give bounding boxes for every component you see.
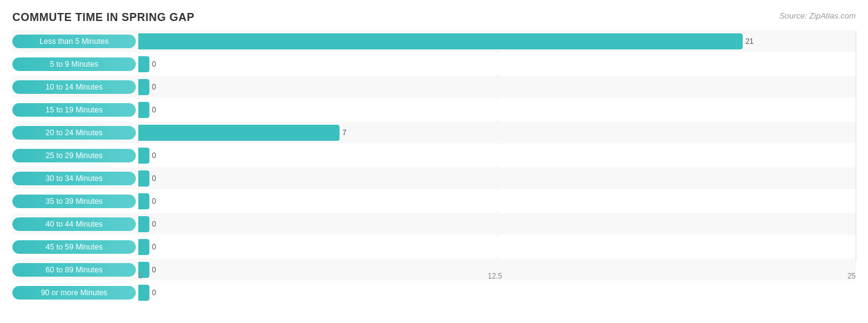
bar-fill [138,193,149,209]
chart-source: Source: ZipAtlas.com [779,11,856,20]
bar-row: 15 to 19 Minutes0 [12,99,856,120]
bar-label: 45 to 59 Minutes [12,240,136,254]
bars-section: Less than 5 Minutes215 to 9 Minutes010 t… [12,30,856,262]
bar-label: 15 to 19 Minutes [12,103,136,117]
bar-fill [138,285,149,301]
bar-label: 90 or more Minutes [12,286,136,300]
bar-value: 0 [152,106,156,114]
bar-track: 0 [136,236,856,258]
bar-track: 0 [136,282,856,303]
bar-label: 25 to 29 Minutes [12,149,136,162]
bar-label: 35 to 39 Minutes [12,195,136,208]
bar-track: 0 [136,99,856,120]
bar-label: 40 to 44 Minutes [12,217,136,231]
bar-value: 0 [152,60,156,69]
chart-container: COMMUTE TIME IN SPRING GAP Source: ZipAt… [0,0,868,323]
chart-title: COMMUTE TIME IN SPRING GAP [12,11,194,24]
bar-fill [138,239,149,255]
bar-fill [138,56,149,72]
bar-label: 30 to 34 Minutes [12,172,136,185]
bar-track: 0 [136,53,856,75]
chart-header: COMMUTE TIME IN SPRING GAP Source: ZipAt… [12,11,856,24]
bar-track: 0 [136,213,856,235]
bar-label: Less than 5 Minutes [12,35,136,48]
bar-value: 0 [152,288,156,297]
bar-value: 21 [745,37,753,46]
bar-row: 5 to 9 Minutes0 [12,53,856,75]
x-axis-label: 0 [138,272,143,280]
bar-fill [138,125,340,141]
x-axis-label: 12.5 [488,272,502,280]
bar-fill [138,102,149,118]
bar-fill [138,33,743,49]
bar-value: 7 [342,128,346,137]
bar-fill [138,79,149,95]
bar-row: 30 to 34 Minutes0 [12,167,856,189]
chart-area: Less than 5 Minutes215 to 9 Minutes010 t… [12,30,856,280]
bar-track: 0 [136,190,856,212]
bar-label: 20 to 24 Minutes [12,126,136,140]
x-axis: 012.525 [138,263,856,280]
bar-fill [138,216,149,232]
bar-fill [138,148,149,164]
bar-track: 7 [136,122,856,143]
bar-value: 0 [152,151,156,160]
bar-label: 60 to 89 Minutes [12,263,136,277]
bar-track: 0 [136,145,856,166]
bar-row: 40 to 44 Minutes0 [12,213,856,235]
bar-label: 5 to 9 Minutes [12,57,136,71]
bar-track: 21 [136,30,856,52]
bar-value: 0 [152,83,156,91]
bar-row: Less than 5 Minutes21 [12,30,856,52]
bar-value: 0 [152,243,156,251]
bar-value: 0 [152,220,156,229]
bar-row: 45 to 59 Minutes0 [12,236,856,258]
bar-row: 20 to 24 Minutes7 [12,122,856,143]
bar-row: 90 or more Minutes0 [12,282,856,303]
bar-row: 35 to 39 Minutes0 [12,190,856,212]
grid-line [856,30,856,262]
bar-track: 0 [136,167,856,189]
bar-label: 10 to 14 Minutes [12,80,136,94]
bar-value: 0 [152,197,156,206]
bar-fill [138,170,149,187]
bar-row: 25 to 29 Minutes0 [12,145,856,166]
bar-track: 0 [136,76,856,98]
bar-value: 0 [152,174,156,183]
bar-row: 10 to 14 Minutes0 [12,76,856,98]
x-axis-label: 25 [848,272,856,280]
